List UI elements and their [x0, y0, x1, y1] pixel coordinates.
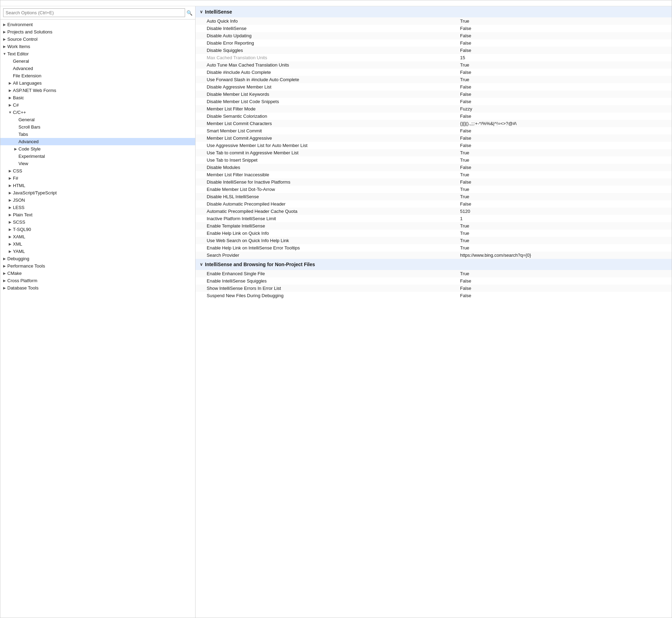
setting-value[interactable]: False [460, 70, 667, 75]
setting-name: Disable Error Reporting [207, 40, 460, 46]
sidebar-item-performance-tools[interactable]: ▶Performance Tools [0, 262, 195, 270]
collapse-icon: ▶ [7, 235, 13, 239]
setting-value[interactable]: False [460, 92, 667, 97]
setting-row: Use Web Search on Quick Info Help LinkTr… [196, 237, 672, 244]
sidebar-item-label: T-SQL90 [13, 227, 193, 232]
sidebar-item-tabs[interactable]: Tabs [0, 131, 195, 138]
sidebar-item-file-extension[interactable]: File Extension [0, 72, 195, 79]
sidebar-item-css[interactable]: ▶CSS [0, 167, 195, 175]
sidebar-item-scss[interactable]: ▶SCSS [0, 218, 195, 226]
setting-value[interactable]: False [460, 201, 667, 207]
setting-value[interactable]: True [460, 18, 667, 24]
setting-value[interactable]: False [460, 165, 667, 170]
collapse-icon: ▶ [7, 103, 13, 107]
setting-value[interactable]: True [460, 172, 667, 177]
setting-value[interactable]: Fuzzy [460, 106, 667, 111]
sidebar-item-source-control[interactable]: ▶Source Control [0, 36, 195, 43]
sidebar-item-projects-solutions[interactable]: ▶Projects and Solutions [0, 28, 195, 36]
section-header-label: IntelliSense [205, 9, 232, 15]
setting-value[interactable]: 5120 [460, 209, 667, 214]
setting-value[interactable]: False [460, 179, 667, 185]
setting-value[interactable]: True [460, 150, 667, 155]
sidebar-item-advanced[interactable]: Advanced [0, 65, 195, 72]
sidebar-item-html[interactable]: ▶HTML [0, 182, 195, 189]
sidebar-item-less[interactable]: ▶LESS [0, 204, 195, 211]
sidebar-item-plain-text[interactable]: ▶Plain Text [0, 211, 195, 218]
sidebar-item-basic[interactable]: ▶Basic [0, 94, 195, 101]
setting-value[interactable]: True [460, 157, 667, 163]
setting-value[interactable]: {}[]().,;;:+-*/%%&|^!=<>?@#\ [460, 121, 667, 126]
setting-value[interactable]: True [460, 194, 667, 199]
sidebar-item-experimental[interactable]: Experimental [0, 153, 195, 160]
sidebar-item-aspnet-webforms[interactable]: ▶ASP.NET Web Forms [0, 87, 195, 94]
setting-name: Member List Filter Inaccessible [207, 172, 460, 177]
section-header-intellisense[interactable]: ∨IntelliSense [196, 6, 672, 17]
sidebar-item-code-style[interactable]: ▶Code Style [0, 145, 195, 153]
sidebar-item-cmake[interactable]: ▶CMake [0, 270, 195, 277]
setting-row: Use Aggressive Member List for Auto Memb… [196, 142, 672, 149]
sidebar-item-environment[interactable]: ▶Environment [0, 21, 195, 28]
setting-value[interactable]: False [460, 114, 667, 119]
setting-name: Member List Commit Aggressive [207, 136, 460, 141]
sidebar-item-cpp-advanced[interactable]: Advanced [0, 138, 195, 145]
sidebar-item-label: C/C++ [13, 110, 193, 115]
setting-value[interactable]: False [460, 40, 667, 46]
sidebar-item-cross-platform[interactable]: ▶Cross Platform [0, 277, 195, 284]
setting-value[interactable]: False [460, 33, 667, 38]
setting-value[interactable]: False [460, 48, 667, 53]
setting-value[interactable]: False [460, 143, 667, 148]
sidebar-item-javascript-typescript[interactable]: ▶JavaScript/TypeScript [0, 189, 195, 196]
setting-value[interactable]: 15 [460, 55, 667, 60]
sidebar-item-label: XAML [13, 234, 193, 239]
setting-row: Disable Semantic ColorizationFalse [196, 113, 672, 120]
setting-value[interactable]: True [460, 187, 667, 192]
sidebar-item-all-languages[interactable]: ▶All Languages [0, 79, 195, 87]
sidebar-item-tsql90[interactable]: ▶T-SQL90 [0, 226, 195, 233]
sidebar-item-database-tools[interactable]: ▶Database Tools [0, 284, 195, 292]
sidebar-item-xml[interactable]: ▶XML [0, 240, 195, 248]
sidebar-item-debugging[interactable]: ▶Debugging [0, 255, 195, 262]
setting-row: Member List Commit Characters{}[]().,;;:… [196, 120, 672, 127]
setting-value[interactable]: False [460, 84, 667, 90]
setting-row: Disable Member List KeywordsFalse [196, 91, 672, 98]
setting-value[interactable]: False [460, 136, 667, 141]
setting-value[interactable]: False [460, 278, 667, 284]
setting-name: Use Forward Slash in #include Auto Compl… [207, 77, 460, 82]
setting-value[interactable]: False [460, 286, 667, 291]
setting-value[interactable]: True [460, 223, 667, 229]
sidebar-item-yaml[interactable]: ▶YAML [0, 248, 195, 255]
collapse-icon: ▶ [2, 271, 7, 275]
sidebar-item-json[interactable]: ▶JSON [0, 196, 195, 204]
sidebar-item-fsharp[interactable]: ▶F# [0, 175, 195, 182]
setting-value[interactable]: https://www.bing.com/search?q={0} [460, 253, 667, 258]
collapse-icon: ▶ [2, 23, 7, 26]
setting-value[interactable]: False [460, 99, 667, 104]
sidebar-item-scroll-bars[interactable]: Scroll Bars [0, 123, 195, 131]
sidebar-item-csharp[interactable]: ▶C# [0, 101, 195, 109]
search-input[interactable] [3, 8, 185, 17]
sidebar-item-label: Database Tools [7, 285, 193, 291]
sidebar-item-text-editor[interactable]: ▼Text Editor [0, 50, 195, 57]
sidebar-item-work-items[interactable]: ▶Work Items [0, 43, 195, 50]
sidebar-item-general[interactable]: General [0, 57, 195, 65]
setting-value[interactable]: False [460, 128, 667, 133]
section-header-intellisense-browsing[interactable]: ∨IntelliSense and Browsing for Non-Proje… [196, 259, 672, 270]
setting-row: Show IntelliSense Errors In Error ListFa… [196, 285, 672, 292]
setting-value[interactable]: True [460, 231, 667, 236]
setting-row: Max Cached Translation Units15 [196, 54, 672, 61]
setting-value[interactable]: True [460, 77, 667, 82]
setting-value[interactable]: True [460, 62, 667, 68]
setting-value[interactable]: True [460, 245, 667, 250]
sidebar-item-cpp[interactable]: ▼C/C++ [0, 109, 195, 116]
sidebar-item-cpp-general[interactable]: General [0, 116, 195, 123]
collapse-icon: ▶ [7, 169, 13, 173]
setting-value[interactable]: True [460, 271, 667, 276]
sidebar-item-xaml[interactable]: ▶XAML [0, 233, 195, 240]
setting-value[interactable]: True [460, 238, 667, 243]
sidebar-item-view[interactable]: View [0, 160, 195, 167]
collapse-icon: ▶ [7, 242, 13, 246]
setting-value[interactable]: False [460, 26, 667, 31]
setting-value[interactable]: 1 [460, 216, 667, 221]
setting-value[interactable]: False [460, 293, 667, 298]
sidebar-item-label: General [13, 59, 193, 64]
